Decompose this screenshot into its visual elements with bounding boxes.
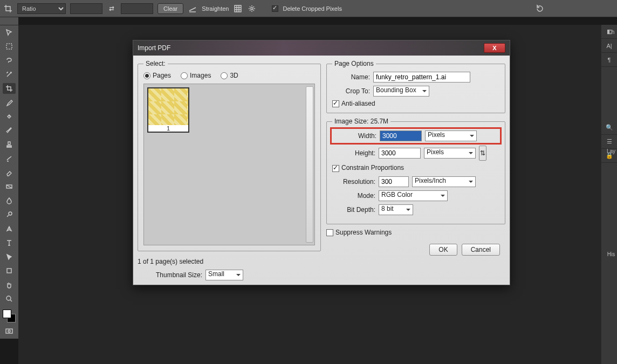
pages-selected-text: 1 of 1 page(s) selected	[138, 258, 321, 265]
antialias-checkbox[interactable]: Anti-aliased	[332, 100, 375, 107]
panel-icon[interactable]: ◧	[601, 25, 617, 39]
page-thumbnail[interactable]: 1	[147, 87, 189, 133]
thumbnail-number: 1	[148, 125, 188, 132]
hand-tool-icon[interactable]	[3, 279, 16, 290]
name-input[interactable]	[373, 72, 470, 83]
dialog-title: Import PDF	[138, 44, 170, 52]
gear-icon[interactable]	[247, 4, 257, 13]
crop-select[interactable]: Bounding Box	[373, 86, 429, 97]
eraser-tool-icon[interactable]	[3, 167, 16, 178]
ok-button[interactable]: OK	[429, 244, 457, 256]
svg-point-3	[9, 212, 12, 215]
constrain-checkbox[interactable]: Constrain Proportions	[332, 164, 499, 171]
ratio-select[interactable]: Ratio	[17, 3, 66, 14]
crop-tool-icon-side[interactable]	[3, 83, 16, 94]
delete-cropped-label: Delete Cropped Pixels	[283, 5, 341, 12]
grid-icon[interactable]	[233, 4, 243, 13]
right-panel-rail: ◧ A| ¶ 🔍 ☰ 🔒	[601, 25, 617, 364]
zoom-tool-icon[interactable]	[3, 293, 16, 304]
history-brush-icon[interactable]	[3, 153, 16, 164]
link-dimensions-icon[interactable]: ⇅	[479, 146, 486, 161]
gradient-tool-icon[interactable]	[3, 181, 16, 192]
image-size-legend: Image Size: 25.7M	[332, 118, 390, 125]
tools-palette	[0, 25, 18, 339]
brush-tool-icon[interactable]	[3, 125, 16, 136]
width-input[interactable]	[380, 131, 422, 141]
import-pdf-dialog: Import PDF X Select: Pages Images 3D 1	[133, 40, 510, 285]
width-units-select[interactable]: Pixels	[425, 131, 477, 141]
scrollbar[interactable]	[306, 86, 313, 243]
height-units-select[interactable]: Pixels	[424, 148, 476, 159]
dodge-tool-icon[interactable]	[3, 209, 16, 220]
suppress-warnings-checkbox[interactable]: Suppress Warnings	[326, 229, 505, 236]
path-select-icon[interactable]	[3, 251, 16, 262]
width-row-highlight: Width: Pixels	[332, 129, 499, 142]
delete-cropped-checkbox[interactable]	[272, 5, 278, 12]
lasso-tool-icon[interactable]	[3, 55, 16, 66]
svg-rect-4	[7, 269, 11, 273]
svg-point-0	[251, 8, 253, 10]
wand-tool-icon[interactable]	[3, 69, 16, 80]
foreground-background-swatch[interactable]	[3, 310, 16, 322]
marquee-tool-icon[interactable]	[3, 41, 16, 52]
image-size-group: Image Size: 25.7M Width: Pixels Height: …	[326, 118, 505, 224]
panel-icon[interactable]: 🔍	[601, 121, 617, 135]
straighten-label: Straighten	[202, 5, 229, 12]
move-tool-icon[interactable]	[3, 27, 16, 38]
eyedropper-tool-icon[interactable]	[3, 97, 16, 108]
panel-icon[interactable]: ¶	[601, 53, 617, 67]
height-label: Height:	[332, 149, 375, 157]
resolution-label: Resolution:	[332, 178, 375, 186]
crop-height-input[interactable]	[121, 3, 153, 14]
crop-label: Crop To:	[332, 87, 370, 95]
height-input[interactable]	[379, 148, 421, 159]
name-label: Name:	[332, 73, 370, 81]
reset-icon[interactable]	[535, 4, 545, 13]
bitdepth-select[interactable]: 8 bit	[379, 204, 413, 215]
options-bar: Ratio Clear Straighten Delete Cropped Pi…	[0, 0, 617, 17]
thumbnail-size-label: Thumbnail Size:	[138, 271, 202, 279]
resolution-units-select[interactable]: Pixels/Inch	[412, 176, 476, 187]
width-label: Width:	[333, 132, 376, 140]
svg-rect-1	[6, 44, 12, 49]
page-options-group: Page Options Name: Crop To: Bounding Box…	[326, 60, 505, 113]
svg-point-5	[6, 296, 11, 300]
select-group: Select: Pages Images 3D 1	[138, 60, 321, 251]
close-button[interactable]: X	[484, 43, 505, 53]
stamp-tool-icon[interactable]	[3, 139, 16, 150]
mode-select[interactable]: RGB Color	[379, 190, 448, 201]
straighten-icon[interactable]	[188, 4, 197, 13]
radio-3d[interactable]: 3D	[221, 72, 238, 79]
dialog-titlebar[interactable]: Import PDF X	[133, 40, 510, 56]
type-tool-icon[interactable]	[3, 237, 16, 248]
svg-rect-6	[6, 329, 12, 333]
quickmask-icon[interactable]	[3, 326, 16, 336]
panel-icon[interactable]: A|	[601, 39, 617, 53]
panel-icon[interactable]: 🔒	[601, 149, 617, 163]
shape-tool-icon[interactable]	[3, 265, 16, 276]
mode-label: Mode:	[332, 192, 375, 200]
svg-point-7	[8, 330, 10, 332]
swap-dimensions-icon[interactable]	[107, 4, 116, 13]
radio-images[interactable]: Images	[181, 72, 211, 79]
crop-width-input[interactable]	[70, 3, 102, 14]
page-options-legend: Page Options	[332, 60, 376, 67]
radio-pages[interactable]: Pages	[143, 72, 171, 79]
cancel-button[interactable]: Cancel	[462, 244, 500, 256]
select-legend: Select:	[143, 60, 168, 67]
clear-button[interactable]: Clear	[157, 3, 183, 14]
crop-tool-icon[interactable]	[3, 4, 13, 13]
bitdepth-label: Bit Depth:	[332, 206, 375, 214]
thumbnail-list[interactable]: 1	[143, 84, 315, 245]
resolution-input[interactable]	[379, 176, 409, 187]
panel-icon[interactable]: ☰	[601, 135, 617, 149]
blur-tool-icon[interactable]	[3, 195, 16, 206]
pen-tool-icon[interactable]	[3, 223, 16, 234]
thumbnail-size-select[interactable]: Small	[205, 270, 243, 280]
heal-tool-icon[interactable]	[3, 111, 16, 122]
